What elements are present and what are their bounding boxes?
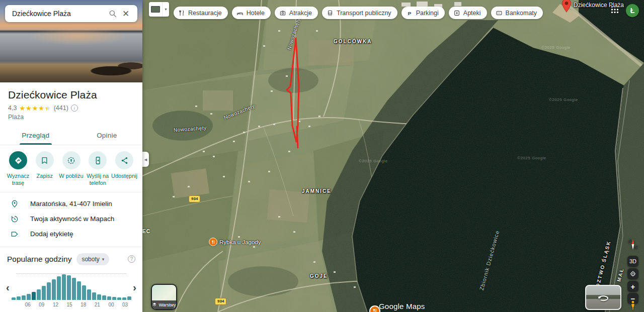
- chip-attractions[interactable]: Atrakcje: [275, 7, 318, 19]
- star-rating[interactable]: ★★★★★★★★★★: [19, 105, 51, 112]
- info-row-history[interactable]: Twoja aktywność w Mapach: [0, 212, 142, 227]
- 3d-button[interactable]: 3D: [627, 256, 638, 267]
- action-send-to-phone[interactable]: Wyślij na telefon: [85, 151, 111, 187]
- restaurants-icon: [178, 10, 185, 17]
- layers-label: Warstwy: [158, 302, 176, 307]
- info-rows: Maratońska, 41-407 ImielinTwoja aktywnoś…: [0, 192, 142, 247]
- info-row-text: Twoja aktywność w Mapach: [30, 215, 114, 223]
- atm-icon: [496, 10, 503, 17]
- map-inset-toggle[interactable]: ▾: [149, 2, 169, 17]
- chip-label: Parkingi: [416, 10, 439, 17]
- review-count[interactable]: (441): [54, 105, 68, 112]
- page-title: Dziećkowice Plaża: [8, 89, 134, 101]
- area-label-golcowka: GOLCÓWKA: [334, 39, 372, 44]
- place-pin-marker[interactable]: [561, 0, 572, 13]
- x-tick-label: [90, 302, 94, 307]
- chip-parking[interactable]: PParkingi: [401, 7, 445, 19]
- x-tick-label: 06: [25, 302, 29, 307]
- chip-atm[interactable]: Bankomaty: [491, 7, 543, 19]
- popularity-bar-06: [22, 295, 26, 300]
- info-row-text: Dodaj etykietę: [30, 230, 73, 238]
- action-buttons-row: Wyznacz trasęZapiszW pobliżuWyślij na te…: [0, 145, 142, 192]
- info-row-text: Maratońska, 41-407 Imielin: [30, 200, 112, 207]
- x-tick-label: [30, 302, 34, 307]
- x-tick-label: 15: [67, 302, 71, 307]
- popularity-bar-03: [127, 296, 131, 300]
- chip-transit[interactable]: Transport publiczny: [322, 7, 397, 19]
- popularity-bar-19: [87, 289, 91, 300]
- info-icon[interactable]: i: [71, 105, 78, 112]
- place-header: Dziećkowice Plaża 4,3 ★★★★★★★★★★ (441) i…: [0, 82, 142, 121]
- layers-button[interactable]: Warstwy: [151, 284, 177, 310]
- info-row-label[interactable]: Dodaj etykietę: [0, 227, 142, 242]
- map-watermark: ©2025 Google: [517, 156, 546, 160]
- my-location-button[interactable]: [627, 268, 638, 279]
- nearby-icon: [62, 151, 80, 169]
- action-share[interactable]: Udostępnij: [111, 151, 137, 187]
- x-tick-label: [100, 302, 103, 307]
- map-watermark: ©2025 Google: [541, 45, 571, 50]
- search-icon[interactable]: [106, 7, 119, 20]
- google-maps-app: ✕ Dziećkowice Plaża 4,3 ★★★★★★★★★★ (441)…: [0, 0, 644, 312]
- tab-przeglad[interactable]: Przegląd: [0, 127, 71, 145]
- transit-icon: [327, 10, 334, 17]
- pharmacy-icon: [453, 10, 460, 17]
- street-view-preview[interactable]: [585, 285, 621, 310]
- chip-restaurants[interactable]: Restauracje: [174, 7, 228, 19]
- send-to-phone-icon: [89, 151, 107, 169]
- compass-icon[interactable]: [626, 238, 639, 251]
- popularity-bar-18: [82, 285, 86, 300]
- chevron-left-icon[interactable]: ‹: [6, 282, 10, 292]
- road-badge-934-2: 934: [215, 298, 226, 305]
- map-canvas[interactable]: GOLCÓWKA JAMNICE GOJE Nowozachęty Nowoza…: [142, 0, 644, 312]
- chevron-down-icon: ▾: [163, 7, 169, 12]
- popular-times-chart: ‹ 0609121518210003 ›: [7, 273, 135, 307]
- action-label: Zapisz: [37, 173, 53, 180]
- popularity-bar-05: [17, 296, 21, 300]
- restaurant-marker[interactable]: Rybka u Jagody: [209, 238, 261, 246]
- map-inset-thumbnail: [151, 6, 160, 13]
- chip-pharmacy[interactable]: Apteki: [449, 7, 487, 19]
- collapse-panel-button[interactable]: ◂: [142, 152, 149, 167]
- chip-label: Apteki: [463, 10, 481, 17]
- category-chips-bar: RestauracjeHoteleAtrakcjeTransport publi…: [174, 7, 543, 19]
- info-row-location-pin[interactable]: Maratońska, 41-407 Imielin: [0, 196, 142, 212]
- area-label-goje: GOJE: [310, 273, 328, 279]
- popularity-bar-08: [32, 292, 36, 300]
- popularity-bar-11: [47, 282, 51, 300]
- label-icon: [10, 230, 19, 239]
- panel-tabs: Przegląd Opinie: [0, 127, 142, 145]
- action-nearby[interactable]: W pobliżu: [58, 151, 85, 187]
- x-tick-label: [16, 302, 20, 307]
- restaurant-label: Rybka u Jagody: [219, 239, 261, 245]
- help-icon[interactable]: ?: [128, 255, 135, 263]
- popular-times-title: Popularne godziny: [7, 255, 71, 264]
- x-tick-label: [62, 302, 66, 307]
- close-icon[interactable]: ✕: [119, 7, 132, 20]
- chip-hotels[interactable]: Hotele: [232, 7, 271, 19]
- popularity-bar-12: [52, 279, 56, 300]
- place-pin-label[interactable]: Dziećkowice Plaża: [574, 2, 624, 9]
- svg-text:P: P: [408, 10, 411, 16]
- rating-value: 4,3: [8, 105, 17, 112]
- x-tick-label: [48, 302, 52, 307]
- action-label: Udostępnij: [111, 173, 137, 180]
- pegman-icon[interactable]: [627, 300, 638, 311]
- avatar[interactable]: Ł: [626, 4, 639, 17]
- popularity-bar-10: [42, 286, 46, 300]
- popularity-bar-16: [72, 278, 76, 300]
- popularity-bar-15: [67, 275, 71, 300]
- day-selector[interactable]: soboty ▾: [76, 253, 109, 265]
- popularity-bar-23: [107, 296, 111, 300]
- popularity-bar-09: [37, 289, 41, 300]
- chevron-right-icon[interactable]: ›: [133, 282, 136, 292]
- zoom-in-button[interactable]: +: [627, 281, 638, 292]
- action-bookmark[interactable]: Zapisz: [32, 151, 58, 187]
- location-pin-icon: [10, 199, 19, 209]
- action-directions[interactable]: Wyznacz trasę: [5, 151, 31, 187]
- x-tick-label: 18: [80, 302, 85, 307]
- tab-opinie[interactable]: Opinie: [71, 127, 143, 145]
- x-tick-label: 21: [95, 302, 99, 307]
- search-input[interactable]: [12, 10, 106, 18]
- google-maps-logo: Google Maps: [379, 302, 425, 310]
